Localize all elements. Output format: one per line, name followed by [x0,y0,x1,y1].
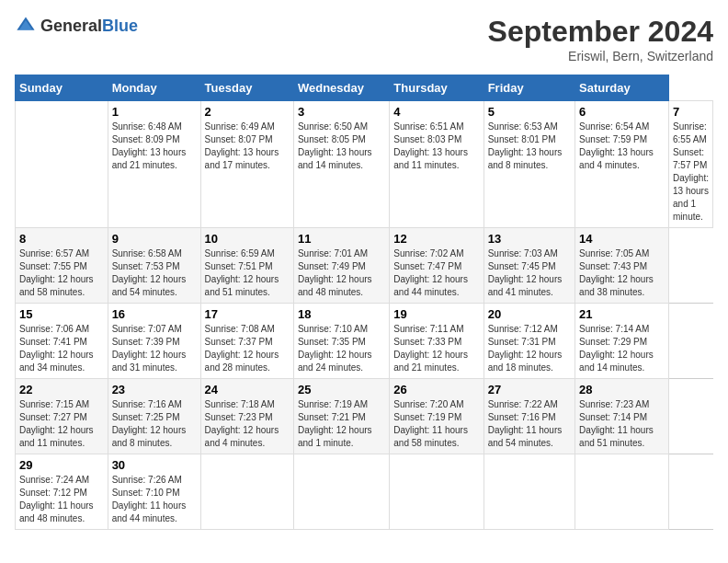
day-number: 29 [19,458,104,472]
calendar-cell: 20Sunrise: 7:12 AMSunset: 7:31 PMDayligh… [483,304,574,379]
calendar-cell: 7Sunrise: 6:55 AMSunset: 7:57 PMDaylight… [669,101,713,228]
calendar-cell: 30Sunrise: 7:26 AMSunset: 7:10 PMDayligh… [108,454,200,530]
calendar-cell: 26Sunrise: 7:20 AMSunset: 7:19 PMDayligh… [390,379,483,454]
header: GeneralBlue September 2024 Eriswil, Bern… [15,15,713,63]
day-header-friday: Friday [483,75,574,101]
calendar-cell [575,454,669,530]
day-number: 22 [19,383,104,396]
cell-info: Sunrise: 7:26 AMSunset: 7:10 PMDaylight:… [112,474,197,525]
day-number: 11 [298,232,385,246]
day-number: 14 [579,232,665,246]
cell-info: Sunrise: 7:05 AMSunset: 7:43 PMDaylight:… [579,247,665,299]
calendar-cell: 5Sunrise: 6:53 AMSunset: 8:01 PMDaylight… [483,101,574,228]
calendar-cell: 1Sunrise: 6:48 AMSunset: 8:09 PMDaylight… [108,101,200,228]
calendar-cell: 19Sunrise: 7:11 AMSunset: 7:33 PMDayligh… [390,304,483,379]
cell-info: Sunrise: 6:55 AMSunset: 7:57 PMDaylight:… [673,121,709,224]
calendar-cell: 3Sunrise: 6:50 AMSunset: 8:05 PMDaylight… [293,101,389,228]
calendar-cell: 2Sunrise: 6:49 AMSunset: 8:07 PMDaylight… [200,101,293,228]
day-number: 7 [673,105,709,119]
day-number: 5 [488,105,571,119]
calendar-cell: 10Sunrise: 6:59 AMSunset: 7:51 PMDayligh… [200,228,293,304]
day-number: 6 [579,105,665,119]
day-number: 19 [393,307,479,321]
day-header-tuesday: Tuesday [200,75,293,101]
day-number: 28 [579,383,665,396]
day-number: 4 [393,105,479,119]
calendar-cell: 17Sunrise: 7:08 AMSunset: 7:37 PMDayligh… [200,304,293,379]
day-header-wednesday: Wednesday [293,75,389,101]
cell-info: Sunrise: 7:01 AMSunset: 7:49 PMDaylight:… [298,247,385,299]
cell-info: Sunrise: 6:57 AMSunset: 7:55 PMDaylight:… [19,247,104,299]
day-number: 15 [19,307,104,321]
calendar-cell [200,454,293,530]
calendar-cell [293,454,389,530]
day-number: 27 [488,383,571,396]
calendar-cell: 12Sunrise: 7:02 AMSunset: 7:47 PMDayligh… [390,228,483,304]
cell-info: Sunrise: 7:20 AMSunset: 7:19 PMDaylight:… [393,398,479,450]
cell-info: Sunrise: 7:14 AMSunset: 7:29 PMDaylight:… [579,323,665,374]
calendar-cell: 18Sunrise: 7:10 AMSunset: 7:35 PMDayligh… [293,304,389,379]
calendar-cell: 15Sunrise: 7:06 AMSunset: 7:41 PMDayligh… [16,304,108,379]
logo-general: General [40,17,102,35]
week-row-1: 1Sunrise: 6:48 AMSunset: 8:09 PMDaylight… [16,101,713,228]
cell-info: Sunrise: 7:06 AMSunset: 7:41 PMDaylight:… [19,323,104,374]
day-number: 13 [488,232,571,246]
logo-icon [15,15,37,37]
cell-info: Sunrise: 7:03 AMSunset: 7:45 PMDaylight:… [488,247,571,299]
cell-info: Sunrise: 7:02 AMSunset: 7:47 PMDaylight:… [393,247,479,299]
cell-info: Sunrise: 7:16 AMSunset: 7:25 PMDaylight:… [112,398,197,450]
cell-info: Sunrise: 7:19 AMSunset: 7:21 PMDaylight:… [298,398,385,450]
calendar-cell [16,101,108,228]
page-container: GeneralBlue September 2024 Eriswil, Bern… [15,15,713,530]
cell-info: Sunrise: 7:24 AMSunset: 7:12 PMDaylight:… [19,474,104,525]
logo-text: GeneralBlue [40,17,138,36]
month-title: September 2024 [488,15,713,49]
location: Eriswil, Bern, Switzerland [488,49,713,63]
day-number: 9 [112,232,197,246]
cell-info: Sunrise: 6:53 AMSunset: 8:01 PMDaylight:… [488,121,571,172]
calendar-cell: 8Sunrise: 6:57 AMSunset: 7:55 PMDaylight… [16,228,108,304]
calendar-cell: 23Sunrise: 7:16 AMSunset: 7:25 PMDayligh… [108,379,200,454]
cell-info: Sunrise: 6:54 AMSunset: 7:59 PMDaylight:… [579,121,665,172]
day-number: 26 [393,383,479,396]
logo: GeneralBlue [15,15,138,37]
calendar-cell: 24Sunrise: 7:18 AMSunset: 7:23 PMDayligh… [200,379,293,454]
calendar-cell: 16Sunrise: 7:07 AMSunset: 7:39 PMDayligh… [108,304,200,379]
day-header-saturday: Saturday [575,75,669,101]
day-header-thursday: Thursday [390,75,483,101]
cell-info: Sunrise: 7:10 AMSunset: 7:35 PMDaylight:… [298,323,385,374]
title-area: September 2024 Eriswil, Bern, Switzerlan… [488,15,713,63]
cell-info: Sunrise: 7:11 AMSunset: 7:33 PMDaylight:… [393,323,479,374]
day-header-sunday: Sunday [16,75,108,101]
day-number: 23 [112,383,197,396]
cell-info: Sunrise: 7:08 AMSunset: 7:37 PMDaylight:… [205,323,290,374]
week-row-3: 15Sunrise: 7:06 AMSunset: 7:41 PMDayligh… [16,304,713,379]
day-number: 21 [579,307,665,321]
logo-blue: Blue [102,17,138,35]
calendar-cell: 9Sunrise: 6:58 AMSunset: 7:53 PMDaylight… [108,228,200,304]
cell-info: Sunrise: 7:18 AMSunset: 7:23 PMDaylight:… [205,398,290,450]
day-header-monday: Monday [108,75,200,101]
week-row-4: 22Sunrise: 7:15 AMSunset: 7:27 PMDayligh… [16,379,713,454]
day-number: 20 [488,307,571,321]
cell-info: Sunrise: 7:22 AMSunset: 7:16 PMDaylight:… [488,398,571,450]
week-row-2: 8Sunrise: 6:57 AMSunset: 7:55 PMDaylight… [16,228,713,304]
calendar-cell: 28Sunrise: 7:23 AMSunset: 7:14 PMDayligh… [575,379,669,454]
cell-info: Sunrise: 7:07 AMSunset: 7:39 PMDaylight:… [112,323,197,374]
calendar-cell: 4Sunrise: 6:51 AMSunset: 8:03 PMDaylight… [390,101,483,228]
calendar-cell: 13Sunrise: 7:03 AMSunset: 7:45 PMDayligh… [483,228,574,304]
cell-info: Sunrise: 7:12 AMSunset: 7:31 PMDaylight:… [488,323,571,374]
cell-info: Sunrise: 6:50 AMSunset: 8:05 PMDaylight:… [298,121,385,172]
day-number: 12 [393,232,479,246]
calendar-cell: 29Sunrise: 7:24 AMSunset: 7:12 PMDayligh… [16,454,108,530]
calendar-body: 1Sunrise: 6:48 AMSunset: 8:09 PMDaylight… [16,101,713,530]
cell-info: Sunrise: 6:49 AMSunset: 8:07 PMDaylight:… [205,121,290,172]
cell-info: Sunrise: 6:51 AMSunset: 8:03 PMDaylight:… [393,121,479,172]
calendar-cell: 11Sunrise: 7:01 AMSunset: 7:49 PMDayligh… [293,228,389,304]
cell-info: Sunrise: 7:23 AMSunset: 7:14 PMDaylight:… [579,398,665,450]
week-row-5: 29Sunrise: 7:24 AMSunset: 7:12 PMDayligh… [16,454,713,530]
day-number: 30 [112,458,197,472]
calendar-header: SundayMondayTuesdayWednesdayThursdayFrid… [16,75,713,101]
calendar-cell: 25Sunrise: 7:19 AMSunset: 7:21 PMDayligh… [293,379,389,454]
day-number: 17 [205,307,290,321]
